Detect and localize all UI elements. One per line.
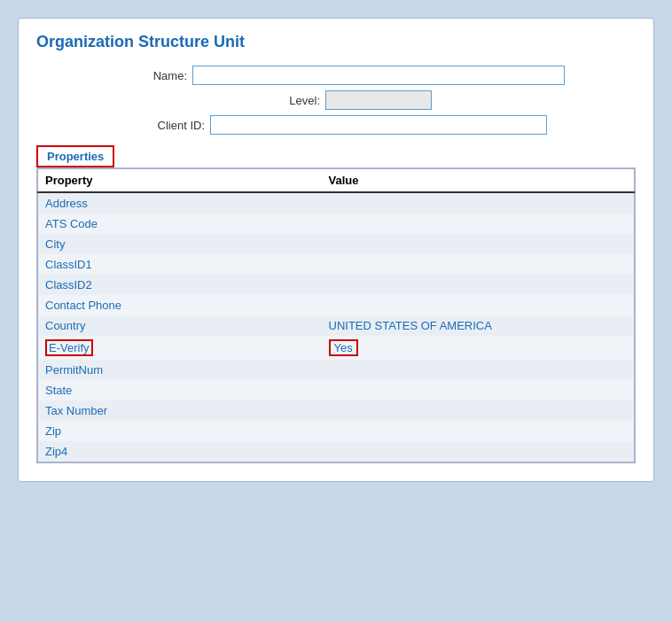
table-row: Tax Number xyxy=(38,400,635,421)
property-cell: City xyxy=(38,234,322,254)
property-cell: Address xyxy=(38,192,322,214)
value-cell xyxy=(322,441,635,463)
property-cell: State xyxy=(38,380,322,400)
property-cell: E-Verify xyxy=(38,336,322,360)
property-cell: Zip xyxy=(38,421,322,441)
client-id-row: Client ID: xyxy=(36,115,636,135)
property-cell: PermitNum xyxy=(38,360,322,380)
table-row: E-VerifyYes xyxy=(38,336,635,360)
property-cell: Zip4 xyxy=(38,441,322,463)
table-row: ATS Code xyxy=(38,214,635,234)
value-cell xyxy=(322,275,635,295)
level-row: Level: xyxy=(36,90,636,110)
property-cell: ATS Code xyxy=(38,214,322,234)
value-cell xyxy=(322,295,635,315)
property-cell: ClassID1 xyxy=(38,254,322,275)
value-cell xyxy=(322,254,635,275)
col-property-header: Property xyxy=(38,169,322,193)
table-row: Address xyxy=(38,192,635,214)
properties-table-wrapper: Property Value AddressATS CodeCityClassI… xyxy=(36,167,636,463)
properties-table: Property Value AddressATS CodeCityClassI… xyxy=(37,168,635,463)
table-row: City xyxy=(38,234,635,254)
name-input[interactable] xyxy=(192,66,565,85)
properties-tab[interactable]: Properties xyxy=(36,145,114,167)
level-input[interactable] xyxy=(325,90,432,110)
value-cell xyxy=(322,400,635,421)
main-container: Organization Structure Unit Name: Level:… xyxy=(18,18,654,482)
table-row: State xyxy=(38,380,635,400)
col-value-header: Value xyxy=(322,169,635,193)
name-label: Name: xyxy=(107,69,187,82)
property-cell: Contact Phone xyxy=(38,295,322,315)
client-id-label: Client ID: xyxy=(125,119,205,132)
e-verify-name: E-Verify xyxy=(45,339,93,356)
table-row: ClassID1 xyxy=(38,254,635,275)
value-cell xyxy=(322,360,635,380)
value-cell xyxy=(322,214,635,234)
value-cell: Yes xyxy=(322,336,635,360)
property-cell: Tax Number xyxy=(38,400,322,421)
value-cell xyxy=(322,421,635,441)
table-row: Zip xyxy=(38,421,635,441)
table-header-row: Property Value xyxy=(38,169,635,193)
level-label: Level: xyxy=(240,94,320,107)
name-row: Name: xyxy=(36,66,636,85)
property-cell: Country xyxy=(38,315,322,336)
form-section: Name: Level: Client ID: xyxy=(36,66,636,135)
value-cell xyxy=(322,234,635,254)
table-row: Contact Phone xyxy=(38,295,635,315)
page-title: Organization Structure Unit xyxy=(36,33,636,51)
table-row: Zip4 xyxy=(38,441,635,463)
table-row: ClassID2 xyxy=(38,275,635,295)
value-cell xyxy=(322,380,635,400)
value-cell xyxy=(322,192,635,214)
value-cell: UNITED STATES OF AMERICA xyxy=(322,315,635,336)
e-verify-value: Yes xyxy=(329,339,358,356)
table-row: CountryUNITED STATES OF AMERICA xyxy=(38,315,635,336)
table-row: PermitNum xyxy=(38,360,635,380)
property-cell: ClassID2 xyxy=(38,275,322,295)
client-id-input[interactable] xyxy=(210,115,547,135)
